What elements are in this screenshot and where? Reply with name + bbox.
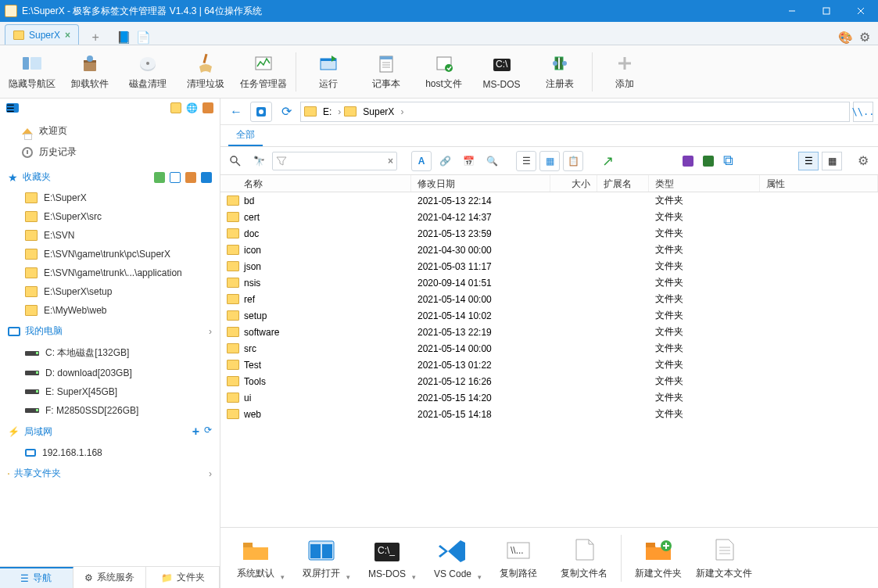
breadcrumb-seg-0[interactable]: E: — [320, 106, 335, 117]
minimize-button[interactable] — [775, 0, 809, 22]
bookmark-icon-1[interactable]: 📘 — [116, 30, 131, 45]
lan-section-title[interactable]: ⚡ 局域网 + ⟳ — [0, 420, 220, 443]
bookmark-icon-2[interactable]: 📄 — [136, 30, 151, 45]
gear-icon[interactable]: ⚙ — [853, 151, 873, 171]
list-layout-icon[interactable]: ☰ — [516, 151, 536, 171]
view-details-button[interactable]: ☰ — [798, 152, 819, 170]
back-button[interactable]: ← — [225, 102, 247, 122]
toolbar-add[interactable]: 添加 — [596, 48, 654, 96]
table-row[interactable]: web2021-05-15 14:18文件夹 — [220, 406, 878, 422]
fav-item[interactable]: E:\SVN\game\trunk\pc\SuperX — [0, 245, 220, 264]
table-row[interactable]: ui2021-05-15 14:20文件夹 — [220, 389, 878, 406]
lan-item[interactable]: 192.168.1.168 — [0, 443, 220, 462]
fav-item[interactable]: E:\SVN\game\trunk\...\application — [0, 264, 220, 282]
col-ext[interactable]: 扩展名 — [597, 175, 649, 192]
close-button[interactable] — [844, 0, 878, 22]
toolbar-reg[interactable]: 注册表 — [531, 48, 589, 96]
table-row[interactable]: ref2021-05-14 00:00文件夹 — [220, 291, 878, 307]
table-row[interactable]: bd2021-05-13 22:14文件夹 — [220, 192, 878, 209]
zoom-icon[interactable]: 🔍 — [482, 151, 502, 171]
toolbar-host[interactable]: host文件 — [415, 48, 473, 96]
fav-cal-icon[interactable] — [185, 172, 196, 183]
grid-layout-icon[interactable]: ▦ — [539, 151, 560, 171]
mypc-section-title[interactable]: 我的电脑 › — [0, 320, 220, 342]
table-row[interactable]: doc2021-05-13 23:59文件夹 — [220, 225, 878, 242]
col-date[interactable]: 修改日期 — [411, 175, 550, 192]
palette-icon[interactable]: 🎨 — [838, 30, 853, 45]
view-icons-button[interactable]: ▦ — [822, 152, 842, 170]
table-row[interactable]: src2021-05-14 00:00文件夹 — [220, 340, 878, 357]
sidebar-welcome[interactable]: 欢迎页 — [0, 120, 220, 142]
table-row[interactable]: json2021-05-03 11:17文件夹 — [220, 258, 878, 274]
toolbar-task[interactable]: 任务管理器 — [235, 48, 292, 96]
new-tab-button[interactable]: + — [85, 30, 106, 45]
bottom-folder[interactable]: 系统默认▾ — [224, 529, 288, 587]
col-size[interactable]: 大小 — [550, 175, 597, 192]
drive-item[interactable]: F: M2850SSD[226GB] — [0, 401, 220, 420]
export-icon[interactable]: ↗ — [597, 151, 618, 171]
lan-refresh-icon[interactable]: ⟳ — [204, 425, 212, 439]
refresh-button[interactable]: ⟳ — [275, 102, 297, 122]
toolbar-run[interactable]: 运行 — [299, 48, 357, 96]
bottom-newtxt[interactable]: 新建文本文件 — [692, 529, 756, 587]
preview-icon[interactable]: 📋 — [563, 151, 583, 171]
home-nav-button[interactable] — [250, 102, 272, 122]
sidetab-1[interactable]: ⚙系统服务 — [73, 567, 147, 588]
table-row[interactable]: nsis2020-09-14 01:51文件夹 — [220, 274, 878, 291]
lan-add-icon[interactable]: + — [192, 425, 199, 439]
bottom-split[interactable]: 双屏打开▾ — [289, 529, 353, 587]
drive-item[interactable]: C: 本地磁盘[132GB] — [0, 342, 220, 364]
calendar-icon[interactable]: 📅 — [458, 151, 478, 171]
col-attr[interactable]: 属性 — [760, 175, 878, 192]
tab-superx[interactable]: SuperX × — [5, 24, 79, 45]
sidebar-history[interactable]: 历史记录 — [0, 142, 220, 163]
table-row[interactable]: icon2021-04-30 00:00文件夹 — [220, 242, 878, 258]
table-row[interactable]: Test2021-05-13 01:22文件夹 — [220, 357, 878, 373]
filter-tab-all[interactable]: 全部 — [228, 125, 263, 146]
toolbar-brush[interactable]: 清理垃圾 — [177, 48, 235, 96]
breadcrumb[interactable]: E: › SuperX › — [300, 102, 850, 122]
clear-filter-icon[interactable]: × — [388, 156, 393, 167]
bottom-newfolder[interactable]: 新建文件夹 — [626, 529, 690, 587]
globe-mini-icon[interactable]: 🌐 — [186, 102, 198, 113]
bottom-dos[interactable]: C:\_MS-DOS▾ — [355, 529, 419, 587]
path-mode-button[interactable]: \\.. — [853, 102, 873, 122]
breadcrumb-seg-1[interactable]: SuperX — [360, 106, 397, 117]
toolbar-nav[interactable]: 隐藏导航区 — [3, 48, 61, 96]
toolbar-notepad[interactable]: 记事本 — [357, 48, 415, 96]
fav-item[interactable]: E:\SVN — [0, 226, 220, 245]
col-name[interactable]: 名称 — [220, 175, 411, 192]
app-vscode-icon[interactable]: ⧉ — [723, 152, 733, 169]
sidetab-2[interactable]: 📁文件夹 — [146, 567, 220, 588]
bottom-path[interactable]: \\...复制路径 — [486, 529, 550, 587]
col-type[interactable]: 类型 — [649, 175, 760, 192]
toolbar-uninstall[interactable]: 卸载软件 — [61, 48, 119, 96]
list-view-icon[interactable]: ☰ — [6, 103, 19, 113]
table-row[interactable]: software2021-05-13 22:19文件夹 — [220, 324, 878, 340]
fav-item[interactable]: E:\MyWeb\web — [0, 301, 220, 320]
toolbar-disk[interactable]: 磁盘清理 — [119, 48, 177, 96]
sidetab-0[interactable]: ☰导航 — [0, 567, 73, 588]
search-icon[interactable] — [225, 151, 245, 171]
drive-item[interactable]: D: download[203GB] — [0, 364, 220, 382]
fav-item[interactable]: E:\SuperX\setup — [0, 282, 220, 301]
binoculars-icon[interactable]: 🔭 — [249, 151, 269, 171]
settings-icon[interactable]: ⚙ — [859, 30, 870, 45]
filter-input[interactable]: × — [272, 152, 397, 170]
app-pycharm-icon[interactable] — [703, 156, 714, 167]
app-phpstorm-icon[interactable] — [683, 156, 693, 167]
fav-blue-icon[interactable] — [201, 172, 212, 183]
fav-item[interactable]: E:\SuperX — [0, 188, 220, 207]
tab-close-icon[interactable]: × — [65, 30, 70, 41]
link-icon[interactable]: 🔗 — [435, 151, 455, 171]
drive-item[interactable]: E: SuperX[45GB] — [0, 382, 220, 401]
fav-page-icon[interactable] — [170, 172, 181, 183]
fav-add-green-icon[interactable] — [154, 172, 165, 183]
bottom-vscode[interactable]: VS Code▾ — [421, 529, 485, 587]
fav-item[interactable]: E:\SuperX\src — [0, 207, 220, 226]
maximize-button[interactable] — [809, 0, 844, 22]
table-row[interactable]: Tools2021-05-12 16:26文件夹 — [220, 373, 878, 389]
toolbar-dos[interactable]: C:\MS-DOS — [473, 48, 531, 96]
folder-mini-icon[interactable] — [170, 102, 181, 113]
share-section-title[interactable]: 共享文件夹 › — [0, 462, 220, 485]
